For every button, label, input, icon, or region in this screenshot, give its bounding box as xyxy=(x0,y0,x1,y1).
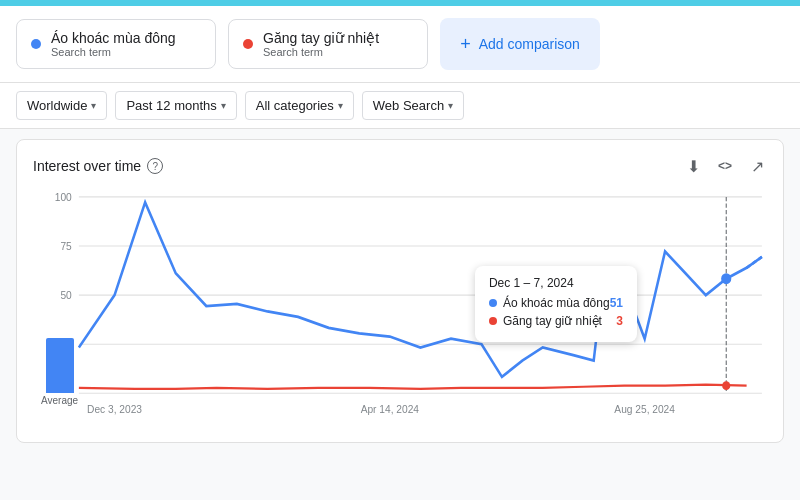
tooltip-dot-2 xyxy=(489,317,497,325)
add-comparison-label: Add comparison xyxy=(479,36,580,52)
tooltip-row-1: Áo khoác mùa đông 51 xyxy=(489,296,623,310)
tooltip-term-name-2: Găng tay giữ nhiệt xyxy=(503,314,602,328)
tooltip-box: Dec 1 – 7, 2024 Áo khoác mùa đông 51 Găn… xyxy=(475,266,637,342)
filter-time[interactable]: Past 12 months ▾ xyxy=(115,91,236,120)
tooltip-dot-1 xyxy=(489,299,497,307)
add-comparison-button[interactable]: + Add comparison xyxy=(440,18,600,70)
term-card-1[interactable]: Áo khoác mùa đông Search term xyxy=(16,19,216,69)
filters-bar: Worldwide ▾ Past 12 months ▾ All categor… xyxy=(0,83,800,129)
average-bar: Average xyxy=(41,338,78,406)
svg-text:50: 50 xyxy=(60,289,71,301)
svg-point-15 xyxy=(722,381,730,390)
term-name-2: Găng tay giữ nhiệt xyxy=(263,30,379,46)
svg-text:Dec 3, 2023: Dec 3, 2023 xyxy=(87,403,142,415)
term-name-1: Áo khoác mùa đông xyxy=(51,30,176,46)
share-icon[interactable]: ↗ xyxy=(747,156,767,176)
main-content: Interest over time ? ⬇ <> ↗ 100 75 50 25 xyxy=(16,139,784,443)
tooltip-value-2: 3 xyxy=(616,314,623,328)
code-icon[interactable]: <> xyxy=(715,156,735,176)
chart-svg: 100 75 50 25 Dec 3, 2023 Apr 14, 2024 Au… xyxy=(33,186,767,426)
term-info-1: Áo khoác mùa đông Search term xyxy=(51,30,176,58)
term-dot-2 xyxy=(243,39,253,49)
term-type-1: Search term xyxy=(51,46,176,58)
chart-area: 100 75 50 25 Dec 3, 2023 Apr 14, 2024 Au… xyxy=(33,186,767,426)
chart-actions: ⬇ <> ↗ xyxy=(683,156,767,176)
svg-text:100: 100 xyxy=(55,191,72,203)
term-dot-1 xyxy=(31,39,41,49)
chevron-down-icon: ▾ xyxy=(338,100,343,111)
avg-rect xyxy=(46,338,74,393)
tooltip-term-name-1: Áo khoác mùa đông xyxy=(503,296,610,310)
chevron-down-icon: ▾ xyxy=(221,100,226,111)
svg-text:Aug 25, 2024: Aug 25, 2024 xyxy=(614,403,675,415)
header: Áo khoác mùa đông Search term Găng tay g… xyxy=(0,6,800,83)
chart-title-area: Interest over time ? xyxy=(33,158,163,174)
svg-line-9 xyxy=(747,257,762,268)
term-info-2: Găng tay giữ nhiệt Search term xyxy=(263,30,379,58)
chart-header: Interest over time ? ⬇ <> ↗ xyxy=(33,156,767,176)
svg-text:75: 75 xyxy=(60,240,71,252)
tooltip-term-2: Găng tay giữ nhiệt xyxy=(489,314,602,328)
tooltip-value-1: 51 xyxy=(610,296,623,310)
download-icon[interactable]: ⬇ xyxy=(683,156,703,176)
filter-search-type[interactable]: Web Search ▾ xyxy=(362,91,464,120)
tooltip-row-2: Găng tay giữ nhiệt 3 xyxy=(489,314,623,328)
svg-point-14 xyxy=(721,273,731,284)
tooltip-date: Dec 1 – 7, 2024 xyxy=(489,276,623,290)
svg-text:Apr 14, 2024: Apr 14, 2024 xyxy=(361,403,419,415)
chart-title-text: Interest over time xyxy=(33,158,141,174)
term-card-2[interactable]: Găng tay giữ nhiệt Search term xyxy=(228,19,428,69)
plus-icon: + xyxy=(460,34,471,55)
filter-worldwide[interactable]: Worldwide ▾ xyxy=(16,91,107,120)
help-icon[interactable]: ? xyxy=(147,158,163,174)
chevron-down-icon: ▾ xyxy=(91,100,96,111)
filter-categories[interactable]: All categories ▾ xyxy=(245,91,354,120)
tooltip-term-1: Áo khoác mùa đông xyxy=(489,296,610,310)
term-type-2: Search term xyxy=(263,46,379,58)
avg-label: Average xyxy=(41,395,78,406)
chevron-down-icon: ▾ xyxy=(448,100,453,111)
